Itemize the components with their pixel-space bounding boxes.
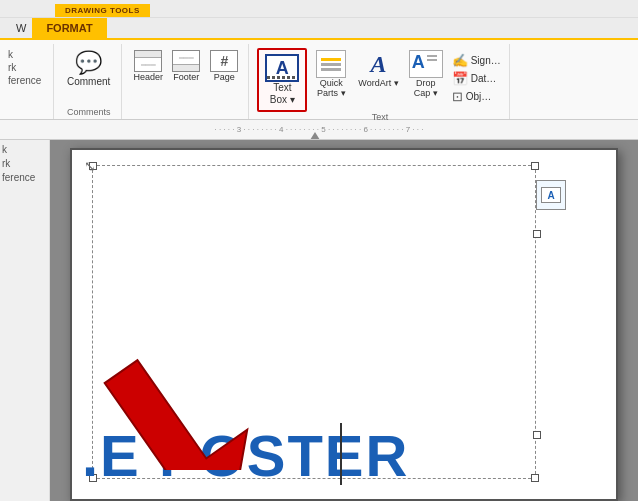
- drawing-tools-tab: DRAWING TOOLS: [55, 4, 150, 17]
- drop-cap-icon: A: [409, 50, 443, 78]
- wordart-icon: A: [362, 50, 396, 78]
- left-panel: k rk ference: [0, 140, 50, 501]
- object-button[interactable]: ⊡ Obj…: [450, 88, 503, 105]
- comment-button[interactable]: 💬 Comment: [62, 48, 115, 91]
- footer-icon: ═══: [172, 50, 200, 72]
- handle-rb: [533, 431, 541, 439]
- comment-icon: 💬: [75, 52, 102, 74]
- handle-br: [531, 474, 539, 482]
- side-buttons-group: ✍ Sign… 📅 Dat… ⊡ Obj…: [450, 48, 503, 105]
- textbox-icon-page: A: [536, 180, 566, 210]
- footer-button[interactable]: ═══ Footer: [168, 48, 204, 84]
- wordart-button[interactable]: A WordArt ▾: [355, 48, 401, 90]
- tab-w[interactable]: W: [10, 18, 32, 38]
- toolbar-group-comments: 💬 Comment Comments: [56, 44, 122, 119]
- page-number-button[interactable]: # Page: [206, 48, 242, 84]
- header-button[interactable]: ═══ Header: [130, 48, 166, 84]
- signature-button[interactable]: ✍ Sign…: [450, 52, 503, 69]
- date-button[interactable]: 📅 Dat…: [450, 70, 503, 87]
- date-icon: 📅: [452, 71, 468, 86]
- handle-tr: [531, 162, 539, 170]
- toolbar-group-header-footer: ═══ Header ═══ Footer # Page: [124, 44, 249, 119]
- nav-item-rk[interactable]: rk: [6, 61, 49, 74]
- text-box-button[interactable]: A TextBox ▾: [257, 48, 307, 112]
- drop-cap-button[interactable]: A DropCap ▾: [406, 48, 446, 100]
- left-panel-item-rk: rk: [2, 158, 47, 169]
- app-window: DRAWING TOOLS W FORMAT k rk ference 💬 Co…: [0, 0, 638, 501]
- left-panel-item-ference: ference: [2, 172, 47, 183]
- document-area: k rk ference ⤡ A: [0, 140, 638, 501]
- quick-parts-button[interactable]: QuickParts ▾: [311, 48, 351, 100]
- left-panel-item-k: k: [2, 144, 47, 155]
- text-cursor: [340, 423, 342, 485]
- ruler: · · · · · 3 · · · · · · · · 4 · · · · · …: [0, 120, 638, 140]
- quick-parts-icon: [316, 50, 346, 78]
- format-tab[interactable]: FORMAT: [32, 18, 106, 38]
- header-icon: ═══: [134, 50, 162, 72]
- ribbon-toolbar: k rk ference 💬 Comment Comments ═══: [0, 40, 638, 120]
- page-number-icon: #: [210, 50, 238, 72]
- ruler-marker: [310, 132, 320, 140]
- resize-icon: ⤡: [84, 158, 96, 174]
- nav-item-ference[interactable]: ference: [6, 74, 49, 87]
- comments-group-label: Comments: [67, 107, 111, 119]
- handle-rm: [533, 230, 541, 238]
- signature-icon: ✍: [452, 53, 468, 68]
- text-box-icon: A: [265, 54, 299, 82]
- nav-item-k[interactable]: k: [6, 48, 49, 61]
- object-icon: ⊡: [452, 89, 463, 104]
- toolbar-group-text: A TextBox ▾ QuickParts ▾ A: [251, 44, 509, 119]
- document-page: ⤡ A .E POSTER: [70, 148, 618, 501]
- poster-text: .E POSTER: [82, 422, 409, 489]
- page-container: ⤡ A .E POSTER: [50, 140, 638, 501]
